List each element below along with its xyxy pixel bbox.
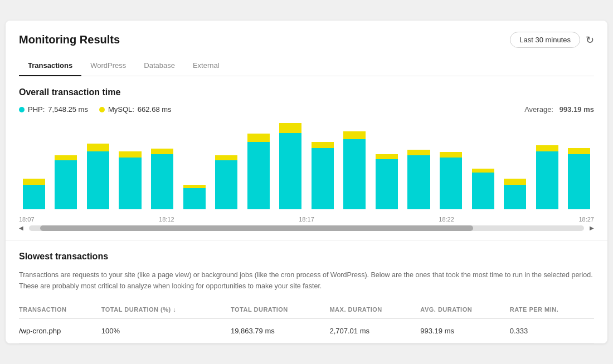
table-cell: 2,707.01 ms xyxy=(329,319,420,343)
bar-group xyxy=(340,123,370,209)
bar-php xyxy=(504,185,526,209)
bar-group xyxy=(276,123,306,209)
bar-mysql xyxy=(247,134,270,142)
bar-php xyxy=(568,154,590,209)
bar-mysql xyxy=(119,151,141,158)
bar-mysql xyxy=(472,169,494,173)
header-controls: Last 30 minutes ↻ xyxy=(510,32,594,48)
bar-group xyxy=(436,123,466,209)
bar-php xyxy=(87,151,109,209)
col-transaction: TRANSACTION xyxy=(19,303,101,319)
bar-group xyxy=(372,123,402,209)
tab-transactions[interactable]: Transactions xyxy=(19,56,81,76)
bar-mysql xyxy=(376,154,398,159)
php-value: 7,548.25 ms xyxy=(48,105,88,114)
x-axis-label: 18:27 xyxy=(578,216,594,223)
bar-mysql xyxy=(440,152,462,158)
chart-section: Overall transaction time PHP: 7,548.25 m… xyxy=(19,87,594,231)
bar-group xyxy=(147,123,177,209)
page-title: Monitoring Results xyxy=(19,33,120,46)
x-axis-label: 18:12 xyxy=(159,216,174,223)
bar-mysql xyxy=(87,144,109,151)
bar-mysql xyxy=(312,142,334,148)
chart-scrollbar[interactable]: ◀ ▶ xyxy=(19,225,594,231)
php-label: PHP: xyxy=(28,105,45,114)
x-axis-label: 18:07 xyxy=(19,216,35,223)
bar-chart: 18:0718:1218:1718:2218:27 xyxy=(19,122,594,223)
bar-mysql xyxy=(407,150,430,155)
bar-php xyxy=(183,188,206,209)
bar-php xyxy=(312,148,334,209)
bar-php xyxy=(119,158,141,209)
col-avg-dur: AVG. DURATION xyxy=(420,303,509,319)
bar-group xyxy=(468,123,498,209)
bar-mysql xyxy=(504,179,526,185)
tab-bar: Transactions WordPress Database External xyxy=(19,56,594,76)
tab-wordpress[interactable]: WordPress xyxy=(81,56,135,76)
x-axis: 18:0718:1218:1718:2218:27 xyxy=(19,216,594,223)
bar-group xyxy=(211,123,241,209)
bar-php xyxy=(23,185,45,209)
php-color-dot xyxy=(19,107,25,112)
average-display: Average: 993.19 ms xyxy=(524,105,594,114)
bar-mysql xyxy=(279,123,301,133)
table-body: /wp-cron.php100%19,863.79 ms2,707.01 ms9… xyxy=(19,319,594,343)
chart-legend: PHP: 7,548.25 ms MySQL: 662.68 ms Averag… xyxy=(19,105,594,114)
scroll-thumb[interactable] xyxy=(40,225,473,231)
table-cell: 993.19 ms xyxy=(420,319,509,343)
bar-php xyxy=(440,158,462,209)
table-cell: /wp-cron.php xyxy=(19,319,101,343)
table-cell: 0.333 xyxy=(510,319,594,343)
slowest-title: Slowest transactions xyxy=(19,252,594,262)
tab-database[interactable]: Database xyxy=(135,56,184,76)
refresh-button[interactable]: ↻ xyxy=(586,34,594,46)
bar-group xyxy=(404,123,434,209)
bar-php xyxy=(247,142,270,209)
bar-group xyxy=(51,123,81,209)
section-divider xyxy=(6,240,607,240)
col-max-dur: MAX. DURATION xyxy=(329,303,420,319)
table-cell: 100% xyxy=(101,319,231,343)
mysql-color-dot xyxy=(99,107,105,112)
legend-mysql: MySQL: 662.68 ms xyxy=(99,105,172,114)
bar-php xyxy=(376,159,398,209)
bar-php xyxy=(279,133,301,209)
bar-mysql xyxy=(55,155,77,160)
col-rate: RATE PER MIN. xyxy=(510,303,594,319)
chart-title: Overall transaction time xyxy=(19,87,594,97)
tab-external[interactable]: External xyxy=(184,56,228,76)
col-total-dur: TOTAL DURATION xyxy=(231,303,329,319)
scroll-left-arrow[interactable]: ◀ xyxy=(19,225,23,231)
mysql-label: MySQL: xyxy=(108,105,134,114)
bar-mysql xyxy=(151,149,173,154)
x-axis-label: 18:22 xyxy=(439,216,454,223)
scroll-track xyxy=(29,225,584,231)
bar-mysql xyxy=(23,179,45,185)
bar-group xyxy=(308,123,338,209)
avg-label: Average: xyxy=(524,105,553,114)
bar-group xyxy=(244,123,274,209)
legend-php: PHP: 7,548.25 ms xyxy=(19,105,88,114)
bar-php xyxy=(407,155,430,209)
bar-group xyxy=(115,123,145,209)
bar-group xyxy=(19,123,49,209)
table-cell: 19,863.79 ms xyxy=(231,319,329,343)
page-header: Monitoring Results Last 30 minutes ↻ xyxy=(19,32,594,48)
bar-mysql xyxy=(536,145,558,151)
bar-mysql xyxy=(568,148,590,154)
bar-php xyxy=(343,139,366,209)
time-range-button[interactable]: Last 30 minutes xyxy=(510,32,580,48)
x-axis-label: 18:17 xyxy=(299,216,314,223)
bar-group xyxy=(83,123,113,209)
slowest-section: Slowest transactions Transactions are re… xyxy=(19,252,594,343)
slowest-description: Transactions are requests to your site (… xyxy=(19,269,594,292)
bar-php xyxy=(55,160,77,209)
mysql-value: 662.68 ms xyxy=(138,105,172,114)
bar-mysql xyxy=(215,155,237,160)
col-total-pct: TOTAL DURATION (%) ↓ xyxy=(101,303,231,319)
table-header: TRANSACTION TOTAL DURATION (%) ↓ TOTAL D… xyxy=(19,303,594,319)
scroll-right-arrow[interactable]: ▶ xyxy=(590,225,594,231)
bar-php xyxy=(472,173,494,209)
bar-php xyxy=(151,154,173,209)
bar-mysql xyxy=(343,131,366,139)
